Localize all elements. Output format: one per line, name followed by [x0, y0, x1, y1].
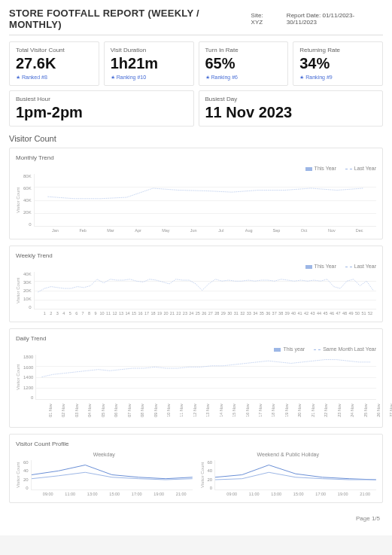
- x-tick: 26 Nov: [376, 404, 387, 416]
- x-tick: 21: [169, 311, 175, 316]
- x-tick: 2: [47, 311, 53, 316]
- x-tick: 02 Nov: [61, 404, 71, 416]
- x-tick: 43: [309, 311, 315, 316]
- star-icon: ★: [299, 75, 304, 80]
- x-tick: 03 Nov: [74, 404, 85, 416]
- x-tick: 34: [252, 311, 258, 316]
- x-tick: 25 Nov: [363, 404, 373, 416]
- busiest-hour-value: 1pm-2pm: [16, 104, 187, 121]
- x-tick: 44: [316, 311, 322, 316]
- kpi-label: Visit Duration: [111, 47, 187, 53]
- x-tick: 13 Nov: [205, 404, 216, 416]
- x-tick: 9: [93, 311, 99, 316]
- x-tick: 21:00: [170, 492, 193, 496]
- x-tick: 01 Nov: [48, 404, 59, 416]
- x-tick: 09:00: [221, 492, 244, 496]
- x-tick: 5: [67, 311, 73, 316]
- x-tick: 22: [175, 311, 181, 316]
- star-icon: ★: [205, 75, 210, 80]
- kpi-label: Total Visitor Count: [16, 47, 93, 53]
- x-tick: May: [152, 228, 180, 233]
- x-tick: 23: [182, 311, 188, 316]
- busiest-hour-card: Busiest Hour 1pm-2pm: [9, 90, 194, 127]
- x-tick: 41: [296, 311, 302, 316]
- x-tick: 17: [144, 311, 150, 316]
- plot-area: [34, 272, 376, 310]
- x-tick: 33: [246, 311, 252, 316]
- y-axis-label: Visitor Count: [16, 355, 20, 400]
- x-tick: 17:00: [126, 492, 148, 496]
- x-tick: 6: [73, 311, 79, 316]
- y-axis-label: Visitor Count: [16, 174, 20, 227]
- plot-area: [34, 174, 376, 227]
- x-tick: 27 Nov: [389, 404, 392, 416]
- x-tick: 09:00: [37, 492, 59, 496]
- x-tick: Jun: [180, 228, 208, 233]
- x-tick: 22 Nov: [324, 404, 334, 416]
- x-tick: 11: [105, 311, 111, 316]
- x-tick: 48: [342, 311, 348, 316]
- x-tick: 32: [239, 311, 245, 316]
- x-tick: 45: [322, 311, 328, 316]
- plot-area: [214, 460, 376, 490]
- x-tick: 37: [271, 311, 277, 316]
- x-tick: 18 Nov: [271, 404, 281, 416]
- kpi-card: Turn In Rate 65% ★Ranking #6: [199, 41, 289, 86]
- kpi-label: Returning Rate: [299, 47, 376, 53]
- x-tick: 06 Nov: [114, 404, 124, 416]
- x-tick: 19 Nov: [284, 404, 295, 416]
- x-tick: 24 Nov: [350, 404, 360, 416]
- x-tick: 47: [335, 311, 341, 316]
- plot-area: [35, 355, 376, 400]
- chart-title: Daily Trend: [16, 335, 376, 342]
- subchart-title: Weekday: [16, 452, 193, 457]
- x-tick: 38: [278, 311, 284, 316]
- x-tick: 17 Nov: [258, 404, 269, 416]
- x-tick: 13:00: [266, 492, 288, 496]
- x-tick: 17:00: [310, 492, 333, 496]
- chart-legend: This Year Last Year: [16, 166, 376, 171]
- x-tick: 46: [329, 311, 335, 316]
- x-tick: 23 Nov: [336, 404, 347, 416]
- x-tick: 08 Nov: [140, 404, 150, 416]
- page: STORE FOOTFALL REPORT (WEEKLY / MONTHLY)…: [0, 0, 392, 535]
- x-tick: 26: [201, 311, 207, 316]
- y-axis: 6040200: [23, 460, 31, 490]
- x-tick: 27: [208, 311, 214, 316]
- x-tick: Mar: [97, 228, 125, 233]
- x-tick: 31: [233, 311, 239, 316]
- star-icon: ★: [111, 75, 115, 80]
- x-tick: Feb: [69, 228, 97, 233]
- x-tick: 14 Nov: [218, 404, 229, 416]
- busiest-day-label: Busiest Day: [205, 96, 377, 102]
- x-tick: 19:00: [148, 492, 171, 496]
- header-meta: Site: XYZ Report Date: 01/11/2023-30/11/…: [251, 12, 383, 26]
- kpi-card: Visit Duration 1h21m ★Ranking #10: [104, 41, 194, 86]
- x-tick: Dec: [345, 228, 373, 233]
- x-tick: 42: [303, 311, 309, 316]
- x-tick: 4: [60, 311, 66, 316]
- y-axis-label: Visitor Count: [16, 272, 20, 310]
- x-tick: 15:00: [104, 492, 126, 496]
- x-tick: 29: [220, 311, 226, 316]
- chart-panel-monthly: Monthly Trend This Year Last Year Visito…: [9, 148, 383, 239]
- kpi-value: 65%: [205, 55, 282, 72]
- kpi-label: Turn In Rate: [205, 47, 282, 53]
- kpi-rank: ★Ranking #10: [111, 75, 187, 81]
- x-tick: 10: [99, 311, 105, 316]
- x-tick: 21 Nov: [310, 404, 321, 416]
- section-title: Visitor Count: [9, 134, 383, 143]
- x-tick: 15 Nov: [232, 404, 242, 416]
- chart-title: Monthly Trend: [16, 154, 376, 161]
- x-tick: 13:00: [81, 492, 104, 496]
- x-tick: 12: [111, 311, 117, 316]
- x-tick: Oct: [290, 228, 318, 233]
- x-tick: 21:00: [354, 492, 377, 496]
- plot-area: [31, 460, 193, 490]
- x-tick: 28: [214, 311, 220, 316]
- x-tick: 15:00: [287, 492, 310, 496]
- y-axis-label: Visitor Count: [200, 460, 205, 490]
- x-tick: 16 Nov: [245, 404, 255, 416]
- chart-legend: This Year Last Year: [16, 264, 376, 269]
- busiest-row: Busiest Hour 1pm-2pm Busiest Day 11 Nov …: [9, 90, 383, 127]
